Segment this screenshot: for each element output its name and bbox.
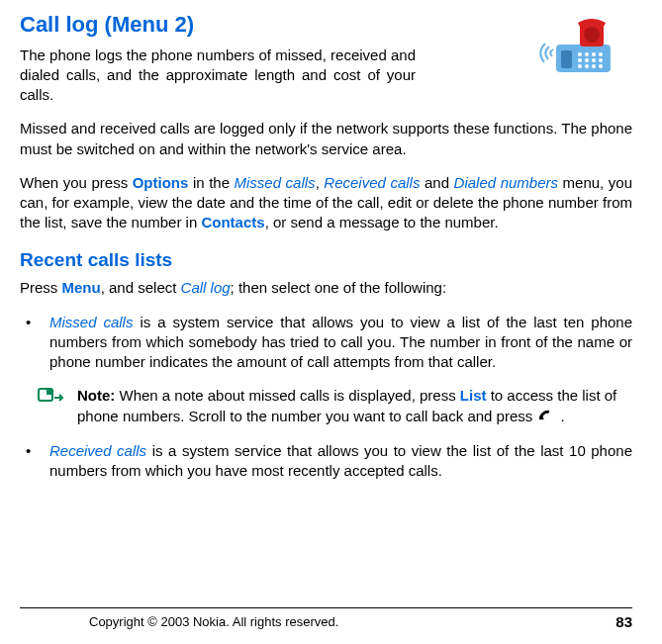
svg-point-2 [578,52,582,56]
intro-paragraph-1: The phone logs the phone numbers of miss… [20,46,416,106]
bullet-icon: • [26,441,49,482]
page-number: 83 [615,612,632,632]
call-key-icon [536,407,556,426]
svg-point-10 [578,64,582,68]
svg-point-11 [585,64,589,68]
svg-point-12 [592,64,596,68]
dialed-numbers-label: Dialed numbers [454,174,558,191]
svg-point-8 [592,58,596,62]
svg-point-4 [592,52,596,56]
phone-illustration-icon [538,15,622,84]
contacts-label: Contacts [201,214,264,230]
list-item: • Received calls is a system service tha… [20,441,632,482]
list-item: • Missed calls is a system service that … [20,313,632,373]
received-calls-label: Received calls [324,174,420,191]
note-icon [38,386,77,426]
copyright-text: Copyright © 2003 Nokia. All rights reser… [20,613,338,631]
note-label: Note: [77,387,115,404]
svg-point-9 [599,58,603,62]
note-block: Note: When a note about missed calls is … [20,386,632,426]
menu-label: Menu [62,279,101,296]
svg-point-7 [585,58,589,62]
svg-point-15 [584,27,600,43]
svg-rect-17 [47,390,51,395]
missed-calls-bullet-label: Missed calls [49,314,133,330]
list-label: List [460,387,487,404]
subtitle-recent-calls: Recent calls lists [20,247,632,273]
recent-calls-intro: Press Menu, and select Call log; then se… [20,278,632,298]
page-footer: Copyright © 2003 Nokia. All rights reser… [20,607,632,632]
bullet-icon: • [26,313,49,373]
svg-point-3 [585,52,589,56]
intro-paragraph-2: Missed and received calls are logged onl… [20,119,632,159]
missed-calls-label: Missed calls [235,174,316,191]
svg-rect-1 [561,50,572,68]
options-label: Options [133,174,189,191]
svg-point-6 [578,58,582,62]
svg-point-13 [599,64,603,68]
options-paragraph: When you press Options in the Missed cal… [20,173,632,233]
svg-point-5 [599,52,603,56]
call-log-label: Call log [181,279,231,296]
received-calls-bullet-label: Received calls [49,442,146,459]
